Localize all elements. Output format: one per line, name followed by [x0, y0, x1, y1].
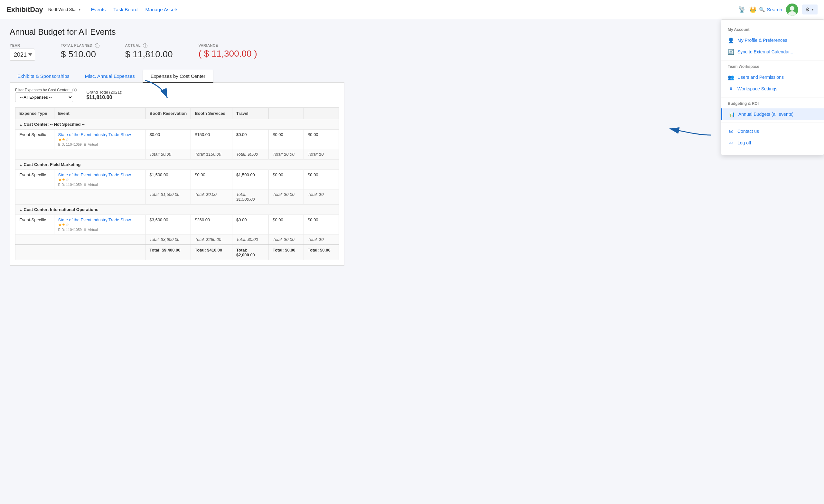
event-link-2-1[interactable]: State of the Event Industry Trade Show ★…: [58, 172, 131, 182]
col6-2-1: $0.00: [304, 170, 339, 190]
variance-value: ( $ 11,300.00 ): [199, 48, 257, 59]
search-label: Search: [767, 7, 783, 12]
year-select[interactable]: 2021 2022 2020: [10, 48, 35, 61]
bottom-total-travel: Total: $2,000.00: [232, 245, 269, 260]
grand-total-value: $11,810.00: [86, 95, 122, 100]
booth-res-2-1: $1,500.00: [145, 170, 191, 190]
total-spacer-1: [15, 149, 146, 159]
tab-exhibits[interactable]: Exhibits & Sponsorships: [10, 70, 77, 83]
filter-info-icon[interactable]: i: [72, 88, 77, 92]
arrow-to-dropdown: [666, 119, 718, 138]
users-permissions-item[interactable]: 👥 Users and Permissions: [721, 72, 824, 83]
travel-1-1: $0.00: [232, 130, 269, 149]
help-section: ✉ Contact us ↩ Log off: [721, 123, 824, 151]
my-account-title: My Account: [721, 26, 824, 34]
total-row-1: Total: $0.00 Total: $150.00 Total: $0.00…: [15, 149, 339, 159]
collapse-icon-1[interactable]: ▲: [19, 123, 22, 126]
nav-taskboard[interactable]: Task Board: [113, 7, 137, 12]
bottom-total-col5: Total: $0.00: [269, 245, 304, 260]
booth-svc-3-1: $260.00: [191, 215, 232, 235]
travel-3-1: $0.00: [232, 215, 269, 235]
workspace-selector[interactable]: NorthWind Star ▼: [48, 7, 82, 12]
tabs: Exhibits & Sponsorships Misc. Annual Exp…: [10, 70, 344, 83]
nav-manage-assets[interactable]: Manage Assets: [145, 7, 178, 12]
monitor-icon-1-1: 🖥: [83, 142, 87, 146]
col5-2-1: $0.00: [269, 170, 304, 190]
col-header-travel: Travel: [232, 108, 269, 119]
sync-calendar-item[interactable]: 🔄 Sync to External Calendar...: [721, 46, 824, 57]
star-empty-1-1: ☆: [65, 137, 69, 142]
tab-cost-center[interactable]: Expenses by Cost Center: [142, 70, 213, 83]
sync-calendar-label: Sync to External Calendar...: [737, 49, 794, 54]
travel-2-1: $1,500.00: [232, 170, 269, 190]
stars-3-1: ★★: [58, 223, 65, 227]
total-spacer-3: [15, 235, 146, 245]
total-col5-1: Total: $0.00: [269, 149, 304, 159]
table-wrapper: Expense Type Event Booth Reservation Boo…: [15, 107, 339, 260]
total-planned-info-icon[interactable]: i: [95, 43, 99, 48]
booth-svc-2-1: $0.00: [191, 170, 232, 190]
avatar[interactable]: [786, 4, 798, 16]
stars-1-1: ★★: [58, 137, 65, 142]
year-label: YEAR: [10, 43, 35, 47]
total-travel-2: Total: $1,500.00: [232, 190, 269, 205]
cost-center-row-1: ▲ Cost Center: -- Not Specified --: [15, 119, 339, 130]
table-header-row: Expense Type Event Booth Reservation Boo…: [15, 108, 339, 119]
col-header-booth-reservation: Booth Reservation: [145, 108, 191, 119]
settings-button[interactable]: ⚙ ▼: [802, 4, 818, 14]
tab-misc[interactable]: Misc. Annual Expenses: [77, 70, 142, 83]
contact-us-item[interactable]: ✉ Contact us: [721, 125, 824, 137]
monitor-icon-3-1: 🖥: [83, 228, 87, 232]
profile-preferences-item[interactable]: 👤 My Profile & Preferences: [721, 34, 824, 46]
contact-label: Contact us: [737, 129, 759, 134]
actual-info-icon[interactable]: i: [143, 43, 147, 48]
stars-2-1: ★★: [58, 177, 65, 182]
total-planned-stat: TOTAL PLANNED i $ 510.00: [61, 43, 99, 59]
col5-3-1: $0.00: [269, 215, 304, 235]
filter-select[interactable]: -- All Expenses --: [15, 92, 73, 102]
year-stat: YEAR 2021 2022 2020: [10, 43, 35, 61]
collapse-icon-3[interactable]: ▲: [19, 208, 22, 212]
total-row-2: Total: $1,500.00 Total: $0.00 Total: $1,…: [15, 190, 339, 205]
variance-stat: VARIANCE ( $ 11,300.00 ): [199, 43, 257, 59]
cost-center-label-2: ▲ Cost Center: Field Marketing: [15, 159, 339, 170]
log-off-item[interactable]: ↩ Log off: [721, 137, 824, 149]
actual-value: $ 11,810.00: [125, 49, 173, 59]
logo[interactable]: ExhibitDay: [6, 5, 43, 14]
total-booth-res-1: Total: $0.00: [145, 149, 191, 159]
main-nav: Events Task Board Manage Assets: [91, 7, 738, 12]
annual-budgets-item[interactable]: 📊 Annual Budgets (all events): [721, 108, 824, 120]
header: ExhibitDay NorthWind Star ▼ Events Task …: [0, 0, 824, 19]
event-link-1-1[interactable]: State of the Event Industry Trade Show ★…: [58, 132, 131, 142]
crown-icon[interactable]: 👑: [749, 6, 756, 13]
nav-events[interactable]: Events: [91, 7, 106, 12]
variance-label: VARIANCE: [199, 43, 257, 47]
my-account-section: My Account 👤 My Profile & Preferences 🔄 …: [721, 23, 824, 60]
nav-icons: 📡 👑: [738, 6, 756, 13]
profile-icon: 👤: [728, 37, 734, 43]
cost-center-row-2: ▲ Cost Center: Field Marketing: [15, 159, 339, 170]
account-dropdown: My Account 👤 My Profile & Preferences 🔄 …: [721, 19, 824, 155]
logoff-icon: ↩: [728, 140, 734, 146]
total-planned-value: $ 510.00: [61, 49, 99, 59]
sync-icon: 🔄: [728, 48, 734, 55]
cost-center-row-3: ▲ Cost Center: International Operations: [15, 205, 339, 215]
monitor-icon-2-1: 🖥: [83, 183, 87, 186]
users-permissions-label: Users and Permissions: [737, 75, 784, 80]
event-meta-2-1: EID: 11041059 🖥 Virtual: [58, 183, 142, 186]
collapse-icon-2[interactable]: ▲: [19, 163, 22, 166]
header-right: 🔍 Search ⚙ ▼: [759, 4, 818, 16]
col5-1-1: $0.00: [269, 130, 304, 149]
rss-icon[interactable]: 📡: [738, 6, 745, 13]
annual-budgets-label: Annual Budgets (all events): [738, 112, 794, 117]
page-title: Annual Budget for All Events: [10, 27, 344, 37]
search-button[interactable]: 🔍 Search: [759, 7, 783, 13]
total-travel-3: Total: $0.00: [232, 235, 269, 245]
total-booth-svc-1: Total: $150.00: [191, 149, 232, 159]
event-link-3-1[interactable]: State of the Event Industry Trade Show ★…: [58, 218, 131, 227]
workspace-settings-item[interactable]: ≡ Workspace Settings: [721, 83, 824, 95]
total-col5-2: Total: $0.00: [269, 190, 304, 205]
contact-icon: ✉: [728, 128, 734, 134]
table-row: Event-Specific State of the Event Indust…: [15, 130, 339, 149]
col-header-6: [304, 108, 339, 119]
